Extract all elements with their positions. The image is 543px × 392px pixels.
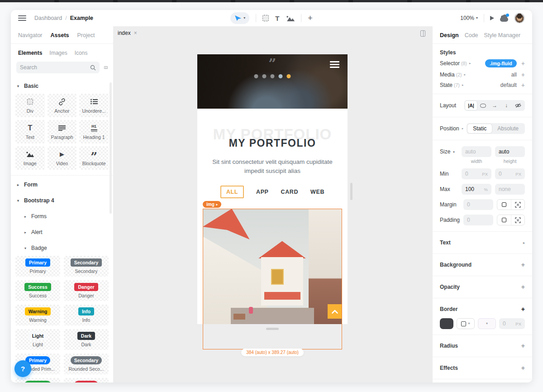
filter-all-button[interactable]: ALL (220, 186, 244, 198)
add-opacity-button[interactable]: + (521, 284, 525, 290)
tab-assets[interactable]: Assets (51, 32, 69, 38)
text-expand-caret-icon[interactable]: ▸ (523, 241, 525, 245)
page-tab-index[interactable]: index × (118, 30, 137, 36)
canvas-scrollbar[interactable] (350, 183, 352, 200)
margin-per-side-button[interactable] (511, 200, 525, 210)
position-static-option[interactable]: Static (467, 124, 492, 133)
menu-icon[interactable] (18, 15, 26, 21)
badge-tile-rounded-secondary[interactable]: Secondary Rounded Seco... (64, 354, 109, 374)
border-side-dropdown[interactable]: ▾ (478, 318, 496, 329)
badge-tile-success[interactable]: Success Success (15, 280, 60, 301)
tab-style-manager[interactable]: Style Manager (484, 32, 521, 38)
border-section-row[interactable]: Border + (433, 302, 532, 316)
badge-tile-info[interactable]: Info Info (64, 305, 109, 325)
effects-section-row[interactable]: Effects + (433, 361, 532, 375)
element-tile-unordered-list[interactable]: Unordere... (79, 94, 109, 117)
tab-project[interactable]: Project (77, 32, 95, 38)
selector-class-chip[interactable]: .img-fluid (485, 59, 517, 67)
element-tile-anchor[interactable]: Anchor (48, 94, 77, 117)
badge-tile-rounded-danger[interactable]: Danger Rounded Danger (64, 378, 109, 382)
badge-tile-primary[interactable]: Primary Primary (15, 256, 60, 277)
position-absolute-option[interactable]: Absolute (492, 124, 524, 133)
close-tab-icon[interactable]: × (134, 30, 137, 36)
border-color-swatch[interactable] (440, 318, 453, 329)
portfolio-street-photo[interactable] (203, 209, 342, 324)
min-height-input[interactable] (499, 171, 514, 177)
max-width-input[interactable] (465, 186, 482, 192)
resize-drag-handle[interactable] (266, 328, 279, 330)
select-tool-button[interactable]: ▾ (230, 12, 249, 24)
user-avatar[interactable] (514, 13, 525, 24)
badge-tile-dark[interactable]: Dark Dark (64, 329, 109, 350)
min-width-input[interactable] (465, 171, 480, 177)
section-bootstrap-forms[interactable]: ▸ Forms (11, 207, 113, 223)
portfolio-page-preview[interactable]: ” MY PORTFOLIO MY PORTFOLIO Sit sint con… (197, 54, 348, 324)
padding-per-side-button[interactable] (511, 215, 525, 225)
state-value[interactable]: default (500, 82, 517, 88)
layout-inline-option[interactable]: |A| (465, 101, 477, 110)
filter-web-button[interactable]: WEB (310, 189, 324, 195)
element-tile-blockquote[interactable]: ” Blockquote (79, 146, 109, 170)
insert-text-tool-icon[interactable]: T (275, 15, 279, 22)
carousel-dot[interactable] (254, 74, 258, 78)
opacity-section-row[interactable]: Opacity + (433, 280, 532, 294)
tab-code[interactable]: Code (465, 32, 478, 38)
element-tile-div[interactable]: Div (15, 94, 45, 117)
max-height-input[interactable] (499, 186, 521, 192)
carousel-dot-active[interactable] (287, 74, 291, 78)
layout-hidden-option[interactable] (512, 101, 524, 110)
size-caret-icon[interactable]: ▾ (453, 150, 455, 154)
element-tile-video[interactable]: ▶ Video (48, 146, 77, 170)
tab-elements[interactable]: Elements (18, 50, 42, 56)
tab-images[interactable]: Images (49, 50, 67, 56)
add-state-button[interactable]: + (521, 82, 525, 88)
add-radius-button[interactable]: + (521, 343, 525, 349)
selected-element-tag[interactable]: img ▸ (203, 201, 221, 208)
expand-caret-icon[interactable]: ▸ (469, 62, 471, 65)
expand-caret-icon[interactable]: ▸ (464, 73, 466, 76)
hero-section[interactable]: ” (197, 54, 348, 109)
section-bootstrap-alert[interactable]: ▸ Alert (11, 223, 113, 239)
search-input[interactable] (20, 64, 90, 71)
section-form[interactable]: ▸ Form (11, 176, 113, 191)
section-bootstrap-badge[interactable]: ▾ Badge (11, 239, 113, 255)
zoom-level-dropdown[interactable]: 100% ▾ (460, 15, 478, 21)
sidebar-scrollbar[interactable] (110, 82, 112, 214)
badge-tile-secondary[interactable]: Secondary Secondary (64, 256, 109, 277)
section-basic[interactable]: ▾ Basic (11, 77, 113, 93)
position-caret-icon[interactable]: ▸ (462, 127, 464, 130)
add-selector-button[interactable]: + (521, 60, 525, 67)
breadcrumb-dashboard-link[interactable]: Dashboard (34, 15, 62, 21)
media-value[interactable]: all (511, 72, 517, 78)
section-bootstrap4[interactable]: ▾ Bootstrap 4 (11, 191, 113, 207)
element-tile-heading1[interactable]: H1 Heading 1 (79, 120, 109, 143)
border-style-dropdown[interactable]: ▾ (457, 318, 475, 329)
element-tile-text[interactable]: T Text (15, 120, 45, 143)
element-tile-image[interactable]: Image (15, 146, 45, 170)
library-book-icon[interactable] (104, 64, 108, 71)
radius-section-row[interactable]: Radius + (433, 339, 532, 353)
padding-all-sides-button[interactable] (497, 215, 511, 225)
carousel-dot[interactable] (262, 74, 267, 78)
expand-caret-icon[interactable]: ▸ (462, 83, 464, 87)
filter-card-button[interactable]: CARD (281, 189, 299, 195)
badge-tile-light[interactable]: Light Light (15, 329, 60, 350)
layout-column-option[interactable]: ↓ (500, 101, 512, 110)
insert-image-tool-icon[interactable] (286, 15, 295, 21)
preview-play-icon[interactable] (490, 16, 494, 20)
tab-design[interactable]: Design (440, 32, 459, 38)
badge-tile-warning[interactable]: Warning Warning (15, 305, 60, 325)
layout-block-option[interactable] (477, 101, 489, 110)
filter-app-button[interactable]: APP (256, 189, 269, 195)
padding-input[interactable] (467, 217, 490, 223)
hero-menu-icon[interactable] (330, 61, 339, 68)
carousel-dot[interactable] (279, 74, 283, 78)
select-tool-caret-icon[interactable]: ▾ (243, 16, 245, 20)
help-button[interactable]: ? (14, 360, 31, 377)
margin-all-sides-button[interactable] (497, 200, 511, 210)
add-element-button[interactable]: + (308, 14, 313, 22)
split-view-icon[interactable] (420, 30, 425, 37)
carousel-dot[interactable] (271, 74, 275, 78)
cloud-sync-icon[interactable] (500, 17, 508, 22)
background-section-row[interactable]: Background + (433, 258, 532, 272)
